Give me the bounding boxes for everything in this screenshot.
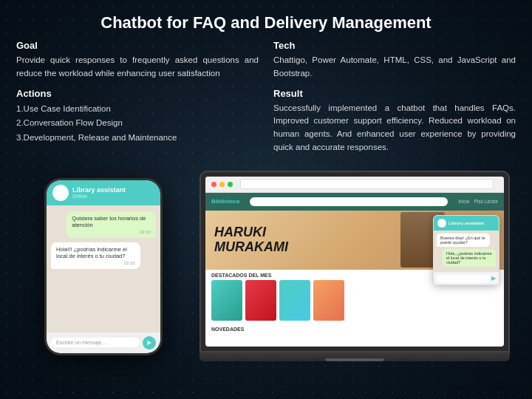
chat-widget[interactable]: Library assistant Buenos días! ¿En qué t… [433,215,499,285]
phone-input-field[interactable]: Escribe un mensaje... [51,338,140,347]
widget-bubble-1: Buenos días! ¿En qué te puedo ayudar? [437,233,490,247]
action-item-1: 1.Use Case Identification [16,102,259,117]
phone-screen: Library assistant Online Quisiera saber … [47,180,160,353]
phone-input-bar[interactable]: Escribe un mensaje... ▶ [47,332,160,353]
chat-bubble-received-1: Hola!!! ¿podrías indicarme el local de i… [51,242,140,269]
phone-chat-area: Quisiera saber los horarios de atención … [47,205,160,332]
widget-name: Library assistant [449,221,484,225]
tech-text: Chattigo, Power Automate, HTML, CSS, and… [273,54,516,81]
tech-label: Tech [273,40,516,51]
laptop-mockup: Biblioteca Inicio Piso Lector HARUKIMURA… [200,171,510,366]
website-content: Biblioteca Inicio Piso Lector HARUKIMURA… [205,193,504,347]
featured-books [211,280,498,321]
site-nav: Biblioteca Inicio Piso Lector [205,193,504,211]
left-column: Goal Provide quick responses to frequent… [16,40,259,162]
widget-bubble-sent-1: Hola, ¿podrías indicarme el local de int… [443,249,496,267]
nav-item-2[interactable]: Piso Lector [474,199,498,204]
phone-header-name: Library assistant [72,186,126,194]
book-card-2[interactable] [245,280,276,321]
laptop-screen: Biblioteca Inicio Piso Lector HARUKIMURA… [205,177,504,347]
actions-list: 1.Use Case Identification 2.Conversation… [16,102,259,146]
chat-bubble-sent-1: Quisiera saber los horarios de atención … [66,211,156,238]
browser-min-dot [219,182,225,187]
book-card-4[interactable] [313,280,344,321]
novedades-label: NOVEDADES [211,327,498,332]
browser-close-dot [211,182,216,187]
site-search-bar[interactable] [250,197,448,206]
widget-send-icon[interactable]: ▶ [491,275,496,282]
phone-avatar [52,185,69,201]
page-title: Chatbot for FAQ and Delivery Management [0,0,532,40]
goal-label: Goal [16,40,259,51]
hero-title: HARUKIMURAKAMI [214,225,288,255]
goal-text: Provide quick responses to frequently as… [16,54,259,81]
site-nav-items: Inicio Piso Lector [458,199,498,204]
chat-time-1: 22:10 [72,230,151,234]
browser-url-bar[interactable] [240,179,494,189]
site-logo: Biblioteca [211,198,239,205]
result-text: Successfully implemented a chatbot that … [273,102,516,154]
novedades-section: NOVEDADES [205,324,504,337]
widget-input-field[interactable] [437,275,490,282]
content-area: Goal Provide quick responses to frequent… [0,40,532,168]
action-item-2: 2.Conversation Flow Design [16,116,259,131]
phone-mockup: Library assistant Online Quisiera saber … [44,178,163,355]
book-card-3[interactable] [279,280,310,321]
phone-header: Library assistant Online [47,180,160,205]
right-column: Tech Chattigo, Power Automate, HTML, CSS… [273,40,516,162]
laptop-screen-frame: Biblioteca Inicio Piso Lector HARUKIMURA… [200,171,510,352]
phone-header-sub: Online [72,194,126,199]
actions-label: Actions [16,88,259,99]
browser-bar [205,177,504,193]
widget-header: Library assistant [434,216,499,231]
laptop-base [200,352,510,361]
devices-area: Library assistant Online Quisiera saber … [0,171,532,370]
browser-max-dot [228,182,233,187]
phone-send-button[interactable]: ▶ [143,336,156,349]
widget-chat-area: Buenos días! ¿En qué te puedo ayudar? Ho… [434,231,499,272]
widget-input-bar[interactable]: ▶ [434,272,499,284]
action-item-3: 3.Development, Release and Maintenance [16,131,259,146]
book-card-1[interactable] [211,280,242,321]
widget-avatar [437,219,446,228]
result-label: Result [273,88,516,99]
chat-time-2: 22:10 [56,261,135,265]
nav-item-1[interactable]: Inicio [458,199,469,204]
